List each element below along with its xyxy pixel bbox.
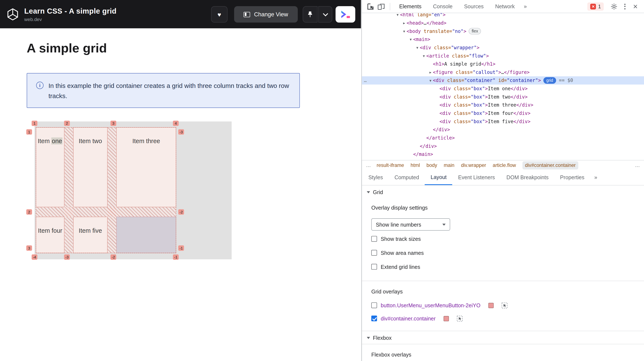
breadcrumb-item-selected[interactable]: div#container.container — [522, 161, 578, 169]
site-logo[interactable] — [6, 7, 20, 21]
overlay-element-label[interactable]: div#container.container — [381, 315, 436, 322]
breadcrumb-item[interactable]: article.flow — [493, 162, 516, 168]
more-tabs-button[interactable]: » — [520, 0, 530, 13]
grid-section-header[interactable]: Grid — [362, 186, 644, 198]
overlay-color-swatch[interactable] — [443, 316, 449, 321]
breadcrumb-item[interactable]: body — [426, 162, 437, 168]
dom-tree-line[interactable]: <div class="box">Item one</div> — [362, 84, 644, 93]
kebab-icon — [624, 3, 625, 9]
layout-option-row[interactable]: Show track sizes — [362, 234, 644, 244]
dom-tree-line[interactable]: ▼<body translate="no">flex — [362, 27, 644, 35]
line-numbers-select[interactable]: Show line numbers — [371, 218, 450, 231]
grid-overlay-row[interactable]: div#container.container — [362, 314, 644, 323]
breadcrumb-item[interactable]: main — [444, 162, 454, 168]
menu-button[interactable] — [619, 1, 630, 12]
remix-button[interactable] — [336, 6, 355, 22]
dom-tree-line[interactable]: <div class="box">Item five</div> — [362, 117, 644, 126]
checkbox[interactable] — [371, 236, 377, 242]
dom-tree-line[interactable]: </main> — [362, 150, 644, 158]
collapse-arrow-icon[interactable]: ▼ — [422, 52, 426, 60]
flex-badge[interactable]: flex — [469, 28, 481, 34]
tab-properties[interactable]: Properties — [554, 170, 590, 185]
breadcrumb-overflow-left[interactable]: … — [366, 162, 371, 168]
dom-tree-line[interactable]: ▶<figure class="callout">…</figure> — [362, 68, 644, 76]
checkbox[interactable] — [371, 316, 377, 321]
dom-tree-line[interactable]: ▶<head>…</head> — [362, 19, 644, 27]
code-token: </div> — [516, 102, 533, 108]
tab-computed[interactable]: Computed — [389, 170, 425, 185]
dom-tree-line[interactable]: <div class="box">Item four</div> — [362, 109, 644, 117]
checkbox[interactable] — [371, 250, 377, 256]
dom-tree-line[interactable]: ▼<article class="flow"> — [362, 52, 644, 60]
inspect-button[interactable] — [365, 1, 376, 12]
devtools-tab-elements[interactable]: Elements — [394, 0, 427, 13]
grid-section-title: Grid — [373, 189, 383, 195]
code-token: > — [477, 45, 480, 50]
grid-item: Item three — [116, 127, 176, 207]
collapse-arrow-icon[interactable]: ▼ — [428, 77, 433, 85]
grid-overlay-row[interactable]: button.UserMenu_userMenuButton-2eiYO — [362, 301, 644, 310]
expand-arrow-icon[interactable]: ▶ — [402, 19, 406, 27]
breadcrumb-item[interactable]: html — [411, 162, 420, 168]
grid-line-number: 3 — [26, 246, 32, 251]
heart-icon: ♥ — [218, 11, 221, 18]
more-options-button[interactable] — [318, 6, 332, 22]
devtools-tab-network[interactable]: Network — [490, 0, 520, 13]
checkbox[interactable] — [371, 302, 377, 308]
collapse-arrow-icon[interactable]: ▼ — [415, 44, 420, 52]
device-toolbar-button[interactable] — [376, 1, 386, 12]
breadcrumb-item[interactable]: div.wrapper — [461, 162, 486, 168]
tab-dom-breakpoints[interactable]: DOM Breakpoints — [501, 170, 554, 185]
favorite-button[interactable]: ♥ — [211, 6, 228, 22]
dom-tree-line[interactable]: <h1>A simple grid</h1> — [362, 60, 644, 68]
settings-button[interactable] — [609, 1, 619, 12]
code-token: > — [485, 102, 488, 108]
dom-tree-line[interactable]: ▼<div class="wrapper"> — [362, 43, 644, 52]
flexbox-section-header[interactable]: Flexbox — [362, 332, 644, 343]
overlay-color-swatch[interactable] — [488, 303, 494, 308]
devtools-tab-sources[interactable]: Sources — [458, 0, 489, 13]
tab-layout[interactable]: Layout — [425, 170, 452, 185]
breadcrumb-item[interactable]: result-iframe — [376, 162, 404, 168]
line-menu-icon[interactable]: … — [364, 76, 367, 84]
overlay-element-label[interactable]: button.UserMenu_userMenuButton-2eiYO — [381, 302, 480, 308]
collapse-arrow-icon[interactable]: ▼ — [402, 27, 406, 36]
grid-item: Item one — [36, 127, 64, 207]
expand-arrow-icon[interactable]: ▶ — [428, 69, 433, 77]
breadcrumb-overflow-right[interactable]: … — [631, 162, 640, 168]
dom-tree-line[interactable]: <div class="box">Item three</div> — [362, 101, 644, 109]
more-sidebar-tabs-button[interactable]: » — [590, 170, 602, 185]
close-devtools-button[interactable]: × — [630, 1, 640, 12]
layout-option-row[interactable]: Extend grid lines — [362, 262, 644, 272]
code-token: <div — [433, 77, 444, 83]
dom-tree-line[interactable]: </article> — [362, 134, 644, 142]
layout-option-row[interactable]: Show area names — [362, 248, 644, 258]
collapse-arrow-icon[interactable]: ▼ — [408, 36, 413, 44]
collapse-arrow-icon[interactable]: ▼ — [395, 13, 400, 19]
checkbox[interactable] — [371, 264, 377, 270]
pin-button[interactable] — [303, 6, 318, 22]
dom-tree-line[interactable]: </div> — [362, 142, 644, 150]
site-name[interactable]: web.dev — [24, 16, 116, 21]
grid-line-number: -1 — [178, 246, 184, 251]
grid-badge[interactable]: grid — [544, 77, 556, 84]
error-badge[interactable]: ✕ 1 — [588, 2, 604, 10]
code-token: "container" — [464, 77, 496, 83]
flexbox-section-title: Flexbox — [373, 335, 392, 341]
select-element-icon[interactable] — [502, 302, 508, 308]
dom-tree-line[interactable]: </div> — [362, 125, 644, 134]
dom-tree-line[interactable]: ▼<html lang="en"> — [362, 13, 644, 19]
dom-tree-line[interactable]: <div class="box">Item two</div> — [362, 93, 644, 101]
dom-tree-line[interactable]: …▼<div class="container" id="container">… — [362, 76, 644, 84]
code-token: lang= — [414, 13, 431, 18]
tab-styles[interactable]: Styles — [362, 170, 389, 185]
dom-tree-line[interactable]: ▼<main> — [362, 35, 644, 43]
tab-event-listeners[interactable]: Event Listeners — [452, 170, 500, 185]
devtools-tab-console[interactable]: Console — [427, 0, 458, 13]
change-view-button[interactable]: Change View — [234, 6, 298, 22]
code-token: > — [443, 13, 446, 18]
select-element-icon[interactable] — [456, 315, 463, 322]
devtools-toolbar: ElementsConsoleSourcesNetwork » ✕ 1 — [362, 0, 644, 13]
grid-line-number: -2 — [178, 209, 184, 215]
code-token: </div> — [510, 94, 528, 100]
